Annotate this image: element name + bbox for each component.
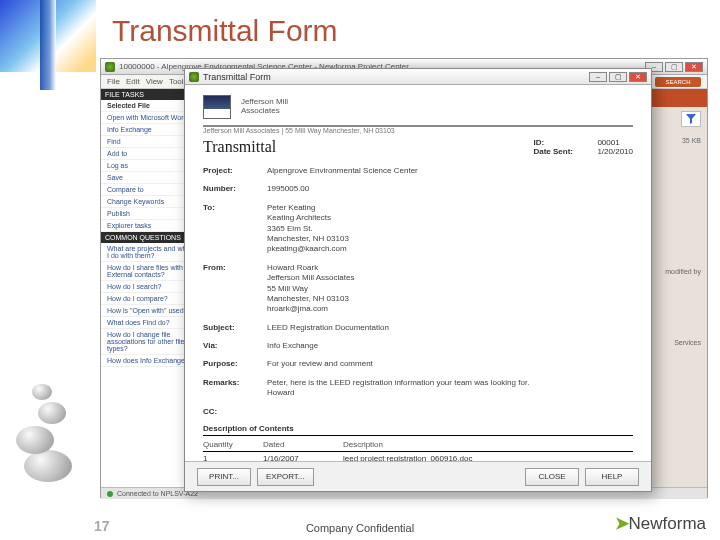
dialog-close-button[interactable]: ✕ bbox=[629, 72, 647, 82]
date-sent-label: Date Sent: bbox=[533, 147, 589, 156]
id-value: 00001 bbox=[597, 138, 619, 147]
print-button[interactable]: PRINT... bbox=[197, 468, 251, 486]
project-label: Project: bbox=[203, 166, 267, 175]
dialog-footer: PRINT... EXPORT... CLOSE HELP bbox=[185, 461, 651, 491]
transmittal-dialog: Transmittal Form – ▢ ✕ Jefferson MillAss… bbox=[184, 68, 652, 492]
app-icon bbox=[105, 62, 115, 72]
col-description: Description bbox=[343, 438, 633, 452]
file-size-label: 35 KB bbox=[649, 137, 701, 144]
cc-label: CC: bbox=[203, 407, 267, 416]
contents-heading: Description of Contents bbox=[203, 424, 633, 436]
dialog-titlebar: Transmittal Form – ▢ ✕ bbox=[185, 69, 651, 85]
logo-text: Newforma bbox=[629, 514, 706, 533]
via-label: Via: bbox=[203, 341, 267, 350]
col-quantity: Quantity bbox=[203, 438, 263, 452]
logo-arrow-icon: ➤ bbox=[615, 514, 629, 533]
col-dated: Dated bbox=[263, 438, 343, 452]
number-value: 1995005.00 bbox=[267, 184, 633, 194]
slide-left-graphic bbox=[0, 0, 96, 540]
from-label: From: bbox=[203, 263, 267, 272]
to-value: Peter KeatingKeating Architects3365 Elm … bbox=[267, 203, 633, 255]
dialog-title: Transmittal Form bbox=[203, 72, 271, 82]
form-title: Transmittal bbox=[203, 138, 276, 156]
via-value: Info Exchange bbox=[267, 341, 633, 351]
dialog-maximize-button[interactable]: ▢ bbox=[609, 72, 627, 82]
remarks-value: Peter, here is the LEED registration inf… bbox=[267, 378, 633, 399]
letterhead: Jefferson MillAssociates bbox=[203, 95, 633, 127]
slide-title: Transmittal Form bbox=[112, 14, 338, 48]
services-label: Services bbox=[649, 339, 701, 346]
connection-indicator-icon bbox=[107, 491, 113, 497]
remarks-label: Remarks: bbox=[203, 378, 267, 387]
maximize-button[interactable]: ▢ bbox=[665, 62, 683, 72]
newforma-logo: ➤Newforma bbox=[615, 513, 706, 534]
footer-text: Company Confidential bbox=[0, 522, 720, 534]
modified-by-label: modified by bbox=[649, 268, 701, 275]
dialog-icon bbox=[189, 72, 199, 82]
search-button[interactable]: SEARCH bbox=[655, 77, 701, 87]
file-details-panel: 35 KB modified by Services bbox=[649, 137, 701, 348]
purpose-label: Purpose: bbox=[203, 359, 267, 368]
project-value: Alpengrove Environmental Science Center bbox=[267, 166, 633, 176]
date-sent-value: 1/20/2010 bbox=[597, 147, 633, 156]
funnel-icon bbox=[686, 114, 696, 124]
filter-button[interactable] bbox=[681, 111, 701, 127]
menu-file[interactable]: File bbox=[107, 77, 120, 86]
company-logo bbox=[203, 95, 231, 119]
menu-edit[interactable]: Edit bbox=[126, 77, 140, 86]
subject-value: LEED Registration Documentation bbox=[267, 323, 633, 333]
purpose-value: For your review and comment bbox=[267, 359, 633, 369]
to-label: To: bbox=[203, 203, 267, 212]
company-address: Jefferson Mill Associates | 55 Mill Way … bbox=[203, 127, 633, 134]
help-button[interactable]: HELP bbox=[585, 468, 639, 486]
subject-label: Subject: bbox=[203, 323, 267, 332]
close-dialog-button[interactable]: CLOSE bbox=[525, 468, 579, 486]
number-label: Number: bbox=[203, 184, 267, 193]
export-button[interactable]: EXPORT... bbox=[257, 468, 314, 486]
close-button[interactable]: ✕ bbox=[685, 62, 703, 72]
dialog-minimize-button[interactable]: – bbox=[589, 72, 607, 82]
menu-view[interactable]: View bbox=[146, 77, 163, 86]
company-name: Jefferson MillAssociates bbox=[241, 98, 288, 116]
from-value: Howard RoarkJefferson Mill Associates55 … bbox=[267, 263, 633, 315]
id-label: ID: bbox=[533, 138, 589, 147]
